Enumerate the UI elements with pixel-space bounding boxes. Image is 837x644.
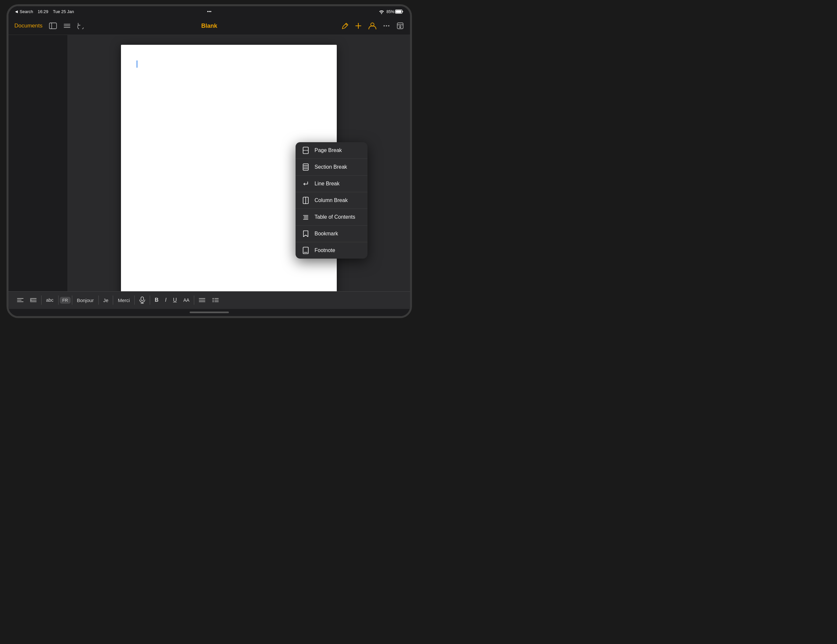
- toolbar-left: Documents: [15, 23, 84, 29]
- menu-item-line-break[interactable]: Line Break: [295, 175, 368, 192]
- kb-sep-8: [194, 295, 194, 305]
- kb-sep-5: [113, 295, 113, 305]
- svg-point-12: [386, 25, 387, 26]
- insert-dropdown-menu: Page Break Section Break: [295, 142, 368, 259]
- menu-item-line-break-label: Line Break: [315, 181, 340, 187]
- menu-item-page-break-label: Page Break: [315, 147, 342, 153]
- kb-underline-button[interactable]: U: [170, 295, 180, 305]
- svg-rect-29: [303, 247, 308, 254]
- column-break-icon: [302, 197, 309, 204]
- right-sidebar: [391, 35, 410, 291]
- menu-item-column-break-label: Column Break: [315, 197, 348, 203]
- menu-item-section-break[interactable]: Section Break: [295, 159, 368, 175]
- line-break-icon: [302, 180, 309, 187]
- documents-button[interactable]: Documents: [15, 23, 43, 29]
- menu-item-table-of-contents[interactable]: Table of Contents: [295, 209, 368, 226]
- home-indicator: [190, 311, 229, 313]
- bookmark-icon: [302, 230, 309, 237]
- kb-list-format-icon[interactable]: [208, 295, 222, 305]
- marker-icon[interactable]: [341, 22, 348, 30]
- toolbar-right: [341, 22, 404, 30]
- kb-sep-3: [72, 295, 72, 305]
- kb-sep-4: [98, 295, 99, 305]
- kb-suggestion-bonjour[interactable]: Bonjour: [74, 295, 97, 305]
- status-three-dots: •••: [207, 9, 212, 14]
- toc-icon: [302, 213, 309, 221]
- kb-sep-2: [58, 295, 59, 305]
- home-bar: [8, 309, 410, 316]
- status-back-label[interactable]: Search: [20, 9, 33, 14]
- kb-suggestion-je[interactable]: Je: [100, 295, 112, 305]
- battery-icon: 85%: [386, 10, 404, 14]
- ipad-device: ◀ Search 16:29 Tue 25 Jan ••• 85%: [7, 4, 412, 318]
- footnote-icon: [302, 247, 309, 254]
- menu-item-footnote-label: Footnote: [315, 247, 335, 253]
- text-cursor: [137, 61, 137, 68]
- status-time: 16:29: [38, 9, 48, 14]
- list-icon[interactable]: [64, 23, 71, 29]
- kb-abc-label[interactable]: abc: [43, 295, 57, 305]
- svg-point-13: [388, 25, 389, 26]
- keyboard-bar: abc FR Bonjour Je Merci B I U AA: [8, 291, 410, 309]
- kb-italic-button[interactable]: I: [162, 295, 170, 305]
- overflow-icon[interactable]: [382, 22, 391, 30]
- kb-suggestion-merci[interactable]: Merci: [115, 295, 133, 305]
- sidebar-toggle-icon[interactable]: [49, 23, 57, 29]
- menu-item-bookmark-label: Bookmark: [315, 231, 338, 237]
- svg-rect-2: [49, 23, 57, 29]
- kb-sep-1: [41, 295, 41, 305]
- toolbar: Documents: [8, 17, 410, 35]
- back-arrow-icon: ◀: [15, 10, 18, 14]
- left-sidebar: [8, 35, 67, 291]
- kb-sep-7: [150, 295, 150, 305]
- doc-title[interactable]: Blank: [201, 23, 217, 29]
- status-left: ◀ Search 16:29 Tue 25 Jan: [15, 9, 74, 14]
- svg-point-11: [384, 25, 385, 26]
- add-icon[interactable]: [354, 22, 362, 30]
- svg-line-7: [346, 24, 346, 25]
- menu-item-toc-label: Table of Contents: [315, 214, 355, 220]
- svg-rect-1: [396, 10, 402, 13]
- kb-bold-button[interactable]: B: [151, 295, 162, 305]
- menu-item-section-break-label: Section Break: [315, 164, 347, 170]
- svg-rect-37: [141, 297, 144, 301]
- menu-item-page-break[interactable]: Page Break: [295, 142, 368, 159]
- section-break-icon: [302, 164, 309, 170]
- menu-item-bookmark[interactable]: Bookmark: [295, 226, 368, 242]
- kb-indent-icon[interactable]: [27, 295, 40, 305]
- kb-fr-tag[interactable]: FR: [60, 297, 71, 304]
- status-bar: ◀ Search 16:29 Tue 25 Jan ••• 85%: [8, 6, 410, 17]
- page-break-icon: [302, 147, 309, 154]
- kb-aa-button[interactable]: AA: [180, 295, 193, 305]
- menu-item-footnote[interactable]: Footnote: [295, 242, 368, 259]
- kb-align-left-icon[interactable]: [14, 295, 27, 305]
- main-area: Page Break Section Break: [8, 35, 410, 291]
- menu-item-column-break[interactable]: Column Break: [295, 192, 368, 209]
- undo-icon[interactable]: [77, 23, 84, 29]
- doc-area[interactable]: Page Break Section Break: [67, 35, 391, 291]
- kb-para-align-icon[interactable]: [195, 295, 208, 305]
- kb-mic-icon[interactable]: [136, 295, 148, 306]
- status-date: Tue 25 Jan: [53, 9, 74, 14]
- wifi-icon: [379, 10, 384, 14]
- export-icon[interactable]: [396, 22, 404, 30]
- status-right: 85%: [379, 10, 404, 14]
- user-icon[interactable]: [368, 22, 377, 30]
